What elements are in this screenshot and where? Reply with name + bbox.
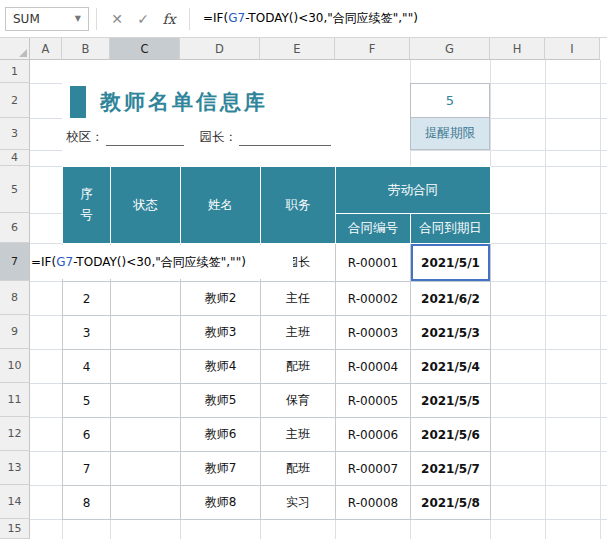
column-header-F[interactable]: F bbox=[335, 38, 410, 60]
cancel-icon[interactable]: ✕ bbox=[104, 6, 130, 32]
cell-contract-due-referenced[interactable]: 2021/5/1 bbox=[411, 244, 491, 282]
cell-no[interactable]: 7 bbox=[63, 452, 111, 486]
column-header-C[interactable]: C bbox=[110, 38, 180, 60]
cell-position[interactable]: 实习 bbox=[261, 486, 336, 520]
cell-status[interactable] bbox=[111, 350, 181, 384]
cell-no[interactable]: 4 bbox=[63, 350, 111, 384]
cell-contract-no[interactable]: R-00001 bbox=[336, 244, 411, 282]
column-header-B[interactable]: B bbox=[62, 38, 110, 60]
cell-status[interactable] bbox=[111, 418, 181, 452]
row-header-4[interactable]: 4 bbox=[0, 150, 30, 166]
cell-name[interactable]: 教师8 bbox=[181, 486, 261, 520]
formula-prefix: =IF( bbox=[31, 255, 56, 269]
cell-no[interactable]: 5 bbox=[63, 384, 111, 418]
cell-position[interactable]: 配班 bbox=[261, 350, 336, 384]
cell-contract-no[interactable]: R-00004 bbox=[336, 350, 411, 384]
cell-name[interactable]: 教师5 bbox=[181, 384, 261, 418]
row-header-8[interactable]: 8 bbox=[0, 281, 30, 315]
cell-name[interactable]: 教师6 bbox=[181, 418, 261, 452]
editing-cell-formula[interactable]: =IF(G7-TODAY()<30,"合同应续签","") bbox=[31, 245, 293, 279]
row-header-2[interactable]: 2 bbox=[0, 83, 30, 118]
table-row: 2教师2主任R-000022021/6/2 bbox=[63, 282, 491, 316]
table-row: 8教师8实习R-000082021/5/8 bbox=[63, 486, 491, 520]
formula-cell-reference: G7 bbox=[56, 255, 73, 269]
row-header-12[interactable]: 12 bbox=[0, 417, 30, 451]
cell-position[interactable]: 配班 bbox=[261, 452, 336, 486]
row-header-5[interactable]: 5 bbox=[0, 166, 30, 213]
column-header-E[interactable]: E bbox=[260, 38, 335, 60]
cell-contract-due[interactable]: 2021/5/8 bbox=[411, 486, 491, 520]
row-header-6[interactable]: 6 bbox=[0, 213, 30, 243]
cell-contract-due[interactable]: 2021/6/2 bbox=[411, 282, 491, 316]
column-header-D[interactable]: D bbox=[180, 38, 260, 60]
cell-contract-due[interactable]: 2021/5/7 bbox=[411, 452, 491, 486]
select-all-corner[interactable] bbox=[0, 38, 30, 60]
column-header-G[interactable]: G bbox=[410, 38, 490, 60]
cell-contract-no[interactable]: R-00007 bbox=[336, 452, 411, 486]
col-header-contract-due[interactable]: 合同到期日 bbox=[411, 214, 491, 244]
col-header-name[interactable]: 姓名 bbox=[181, 167, 261, 244]
gridline bbox=[600, 60, 601, 539]
cell-position[interactable]: 主任 bbox=[261, 282, 336, 316]
row-header-9[interactable]: 9 bbox=[0, 315, 30, 349]
col-header-status[interactable]: 状态 bbox=[111, 167, 181, 244]
row-header-10[interactable]: 10 bbox=[0, 349, 30, 383]
name-box-dropdown-icon[interactable]: ▼ bbox=[75, 14, 81, 23]
col-header-contract-no[interactable]: 合同编号 bbox=[336, 214, 411, 244]
reminder-label-cell[interactable]: 提醒期限 bbox=[410, 117, 490, 150]
row-header-3[interactable]: 3 bbox=[0, 118, 30, 150]
cell-no[interactable]: 2 bbox=[63, 282, 111, 316]
teacher-table: 序号 状态 姓名 职务 劳动合同 合同编号 合同到期日 园长 R-00001 2… bbox=[62, 166, 491, 520]
enter-icon[interactable]: ✓ bbox=[130, 6, 156, 32]
cell-name[interactable]: 教师3 bbox=[181, 316, 261, 350]
cell-contract-due[interactable]: 2021/5/4 bbox=[411, 350, 491, 384]
row-header-14[interactable]: 14 bbox=[0, 485, 30, 519]
cell-contract-no[interactable]: R-00002 bbox=[336, 282, 411, 316]
cell-contract-no[interactable]: R-00005 bbox=[336, 384, 411, 418]
cell-status[interactable] bbox=[111, 452, 181, 486]
reminder-days-cell[interactable]: 5 bbox=[410, 83, 490, 118]
table-row: 3教师3主班R-000032021/5/3 bbox=[63, 316, 491, 350]
cell-position[interactable]: 主班 bbox=[261, 418, 336, 452]
col-header-no-label: 序号 bbox=[79, 184, 93, 225]
cell-contract-no[interactable]: R-00006 bbox=[336, 418, 411, 452]
cell-contract-no[interactable]: R-00003 bbox=[336, 316, 411, 350]
name-box[interactable]: SUM ▼ bbox=[5, 7, 89, 31]
column-header-I[interactable]: I bbox=[545, 38, 600, 60]
principal-underline bbox=[239, 132, 331, 146]
cell-contract-due[interactable]: 2021/5/6 bbox=[411, 418, 491, 452]
cell-name[interactable]: 教师2 bbox=[181, 282, 261, 316]
campus-label: 校区： bbox=[66, 129, 104, 146]
cell-no[interactable]: 6 bbox=[63, 418, 111, 452]
cell-status[interactable] bbox=[111, 316, 181, 350]
row-header-15[interactable]: 15 bbox=[0, 519, 30, 539]
row-header-1[interactable]: 1 bbox=[0, 60, 30, 83]
row-header-13[interactable]: 13 bbox=[0, 451, 30, 485]
col-header-no[interactable]: 序号 bbox=[63, 167, 111, 244]
cell-status[interactable] bbox=[111, 486, 181, 520]
col-header-contract-group[interactable]: 劳动合同 bbox=[336, 167, 491, 214]
col-header-position[interactable]: 职务 bbox=[261, 167, 336, 244]
column-header-H[interactable]: H bbox=[490, 38, 545, 60]
row-header-11[interactable]: 11 bbox=[0, 383, 30, 417]
cell-position[interactable]: 保育 bbox=[261, 384, 336, 418]
formula-input[interactable]: =IF(G7-TODAY()<30,"合同应续签","") bbox=[203, 10, 418, 27]
table-row: 4教师4配班R-000042021/5/4 bbox=[63, 350, 491, 384]
title-accent-bar bbox=[70, 86, 86, 118]
cell-no[interactable]: 8 bbox=[63, 486, 111, 520]
spreadsheet-app: SUM ▼ ✕ ✓ fx =IF(G7-TODAY()<30,"合同应续签","… bbox=[0, 0, 607, 539]
row-header-7[interactable]: 7 bbox=[0, 243, 30, 281]
cell-status[interactable] bbox=[111, 282, 181, 316]
insert-function-icon[interactable]: fx bbox=[156, 6, 182, 32]
cell-contract-due[interactable]: 2021/5/5 bbox=[411, 384, 491, 418]
cell-contract-no[interactable]: R-00008 bbox=[336, 486, 411, 520]
cell-position[interactable]: 主班 bbox=[261, 316, 336, 350]
cell-name[interactable]: 教师4 bbox=[181, 350, 261, 384]
cell-no[interactable]: 3 bbox=[63, 316, 111, 350]
separator bbox=[96, 8, 97, 30]
cell-name[interactable]: 教师7 bbox=[181, 452, 261, 486]
column-header-A[interactable]: A bbox=[30, 38, 62, 60]
cell-contract-due[interactable]: 2021/5/3 bbox=[411, 316, 491, 350]
cell-status[interactable] bbox=[111, 384, 181, 418]
table-row: 5教师5保育R-000052021/5/5 bbox=[63, 384, 491, 418]
